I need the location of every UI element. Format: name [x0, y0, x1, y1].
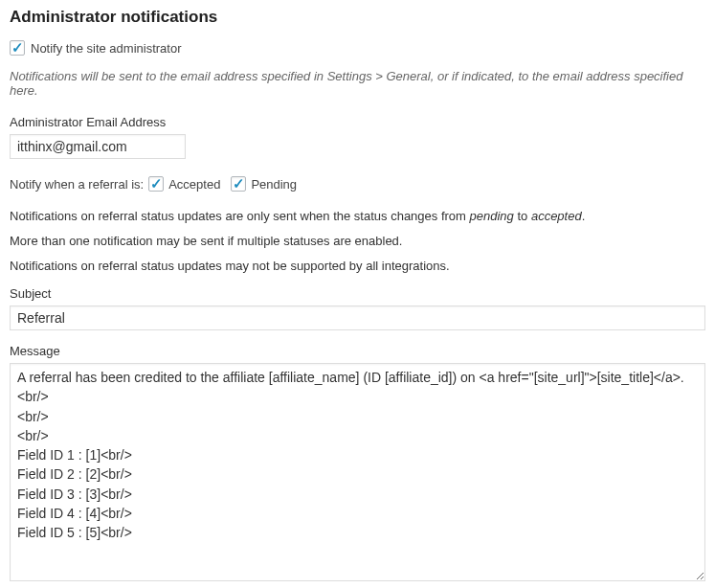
admin-email-input[interactable] [10, 134, 186, 159]
status-note-2: More than one notification may be sent i… [10, 234, 705, 248]
help-text: Notifications will be sent to the email … [10, 69, 705, 98]
accepted-option[interactable]: Accepted [148, 176, 220, 192]
notify-admin-label[interactable]: Notify the site administrator [31, 41, 182, 56]
subject-input[interactable] [10, 305, 705, 330]
referral-status-prefix: Notify when a referral is: [10, 177, 144, 192]
message-textarea[interactable] [10, 363, 705, 581]
subject-label: Subject [10, 286, 705, 301]
status-note-1: Notifications on referral status updates… [10, 209, 705, 223]
accepted-label: Accepted [168, 177, 220, 192]
status-note-3: Notifications on referral status updates… [10, 259, 705, 273]
pending-option[interactable]: Pending [231, 176, 297, 192]
pending-label: Pending [251, 177, 297, 192]
pending-checkbox[interactable] [231, 176, 246, 192]
admin-email-label: Administrator Email Address [10, 115, 705, 129]
message-label: Message [10, 344, 705, 358]
page-title: Administrator notifications [10, 8, 705, 27]
accepted-checkbox[interactable] [148, 176, 164, 192]
notify-admin-checkbox[interactable] [10, 40, 25, 56]
